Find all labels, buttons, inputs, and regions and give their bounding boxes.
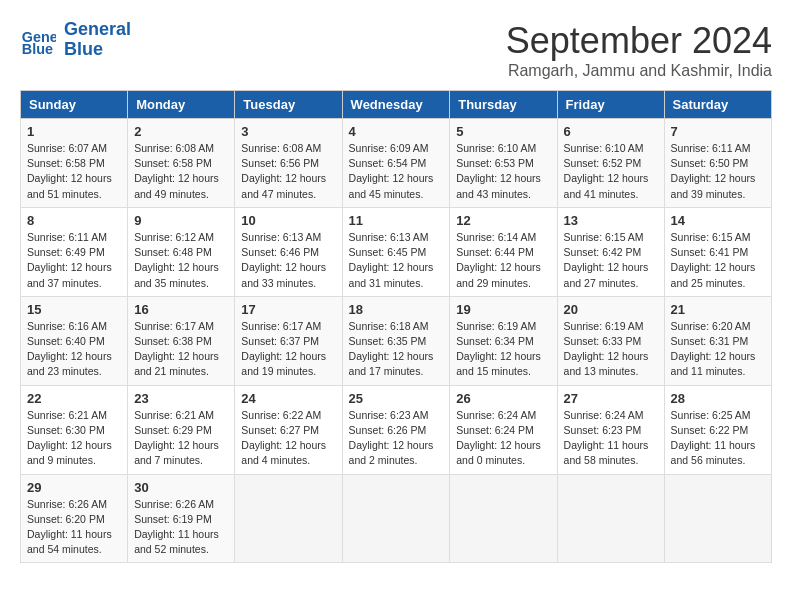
day-info: Sunrise: 6:09 AMSunset: 6:54 PMDaylight:…	[349, 141, 444, 202]
day-number: 29	[27, 480, 121, 495]
calendar-header-row: SundayMondayTuesdayWednesdayThursdayFrid…	[21, 91, 772, 119]
calendar-cell: 8 Sunrise: 6:11 AMSunset: 6:49 PMDayligh…	[21, 207, 128, 296]
day-info: Sunrise: 6:21 AMSunset: 6:30 PMDaylight:…	[27, 408, 121, 469]
day-info: Sunrise: 6:22 AMSunset: 6:27 PMDaylight:…	[241, 408, 335, 469]
day-number: 13	[564, 213, 658, 228]
day-number: 28	[671, 391, 765, 406]
day-info: Sunrise: 6:11 AMSunset: 6:50 PMDaylight:…	[671, 141, 765, 202]
column-header-saturday: Saturday	[664, 91, 771, 119]
calendar-cell: 5 Sunrise: 6:10 AMSunset: 6:53 PMDayligh…	[450, 119, 557, 208]
header: General Blue General Blue September 2024…	[20, 20, 772, 80]
calendar-cell: 16 Sunrise: 6:17 AMSunset: 6:38 PMDaylig…	[128, 296, 235, 385]
day-number: 22	[27, 391, 121, 406]
calendar-cell: 4 Sunrise: 6:09 AMSunset: 6:54 PMDayligh…	[342, 119, 450, 208]
calendar-cell: 17 Sunrise: 6:17 AMSunset: 6:37 PMDaylig…	[235, 296, 342, 385]
day-info: Sunrise: 6:11 AMSunset: 6:49 PMDaylight:…	[27, 230, 121, 291]
day-number: 23	[134, 391, 228, 406]
calendar-cell	[235, 474, 342, 563]
day-number: 12	[456, 213, 550, 228]
calendar-week-row: 8 Sunrise: 6:11 AMSunset: 6:49 PMDayligh…	[21, 207, 772, 296]
day-info: Sunrise: 6:26 AMSunset: 6:20 PMDaylight:…	[27, 497, 121, 558]
day-number: 6	[564, 124, 658, 139]
day-info: Sunrise: 6:24 AMSunset: 6:23 PMDaylight:…	[564, 408, 658, 469]
calendar-cell: 3 Sunrise: 6:08 AMSunset: 6:56 PMDayligh…	[235, 119, 342, 208]
day-number: 1	[27, 124, 121, 139]
calendar-week-row: 29 Sunrise: 6:26 AMSunset: 6:20 PMDaylig…	[21, 474, 772, 563]
day-info: Sunrise: 6:10 AMSunset: 6:52 PMDaylight:…	[564, 141, 658, 202]
logo-text-blue: Blue	[64, 40, 131, 60]
day-number: 7	[671, 124, 765, 139]
day-number: 27	[564, 391, 658, 406]
calendar-cell: 11 Sunrise: 6:13 AMSunset: 6:45 PMDaylig…	[342, 207, 450, 296]
calendar-cell: 14 Sunrise: 6:15 AMSunset: 6:41 PMDaylig…	[664, 207, 771, 296]
day-number: 25	[349, 391, 444, 406]
calendar-cell: 20 Sunrise: 6:19 AMSunset: 6:33 PMDaylig…	[557, 296, 664, 385]
day-number: 26	[456, 391, 550, 406]
day-number: 17	[241, 302, 335, 317]
logo: General Blue General Blue	[20, 20, 131, 60]
calendar-cell: 19 Sunrise: 6:19 AMSunset: 6:34 PMDaylig…	[450, 296, 557, 385]
calendar-cell: 1 Sunrise: 6:07 AMSunset: 6:58 PMDayligh…	[21, 119, 128, 208]
calendar-cell: 29 Sunrise: 6:26 AMSunset: 6:20 PMDaylig…	[21, 474, 128, 563]
day-info: Sunrise: 6:19 AMSunset: 6:34 PMDaylight:…	[456, 319, 550, 380]
day-info: Sunrise: 6:19 AMSunset: 6:33 PMDaylight:…	[564, 319, 658, 380]
day-info: Sunrise: 6:14 AMSunset: 6:44 PMDaylight:…	[456, 230, 550, 291]
calendar-cell: 15 Sunrise: 6:16 AMSunset: 6:40 PMDaylig…	[21, 296, 128, 385]
column-header-friday: Friday	[557, 91, 664, 119]
day-info: Sunrise: 6:10 AMSunset: 6:53 PMDaylight:…	[456, 141, 550, 202]
calendar-cell: 25 Sunrise: 6:23 AMSunset: 6:26 PMDaylig…	[342, 385, 450, 474]
calendar-cell	[664, 474, 771, 563]
calendar-cell: 22 Sunrise: 6:21 AMSunset: 6:30 PMDaylig…	[21, 385, 128, 474]
day-number: 11	[349, 213, 444, 228]
column-header-sunday: Sunday	[21, 91, 128, 119]
day-info: Sunrise: 6:08 AMSunset: 6:56 PMDaylight:…	[241, 141, 335, 202]
day-info: Sunrise: 6:25 AMSunset: 6:22 PMDaylight:…	[671, 408, 765, 469]
day-info: Sunrise: 6:20 AMSunset: 6:31 PMDaylight:…	[671, 319, 765, 380]
calendar-cell	[450, 474, 557, 563]
day-info: Sunrise: 6:24 AMSunset: 6:24 PMDaylight:…	[456, 408, 550, 469]
day-number: 19	[456, 302, 550, 317]
day-number: 21	[671, 302, 765, 317]
day-number: 4	[349, 124, 444, 139]
day-number: 3	[241, 124, 335, 139]
day-number: 30	[134, 480, 228, 495]
day-info: Sunrise: 6:21 AMSunset: 6:29 PMDaylight:…	[134, 408, 228, 469]
column-header-thursday: Thursday	[450, 91, 557, 119]
day-number: 5	[456, 124, 550, 139]
day-info: Sunrise: 6:08 AMSunset: 6:58 PMDaylight:…	[134, 141, 228, 202]
day-info: Sunrise: 6:12 AMSunset: 6:48 PMDaylight:…	[134, 230, 228, 291]
day-number: 9	[134, 213, 228, 228]
day-info: Sunrise: 6:16 AMSunset: 6:40 PMDaylight:…	[27, 319, 121, 380]
logo-icon: General Blue	[20, 22, 56, 58]
logo-text-general: General	[64, 20, 131, 40]
day-info: Sunrise: 6:15 AMSunset: 6:42 PMDaylight:…	[564, 230, 658, 291]
day-info: Sunrise: 6:17 AMSunset: 6:38 PMDaylight:…	[134, 319, 228, 380]
day-info: Sunrise: 6:23 AMSunset: 6:26 PMDaylight:…	[349, 408, 444, 469]
day-info: Sunrise: 6:18 AMSunset: 6:35 PMDaylight:…	[349, 319, 444, 380]
calendar-cell: 23 Sunrise: 6:21 AMSunset: 6:29 PMDaylig…	[128, 385, 235, 474]
day-number: 8	[27, 213, 121, 228]
calendar-cell: 12 Sunrise: 6:14 AMSunset: 6:44 PMDaylig…	[450, 207, 557, 296]
calendar-cell: 2 Sunrise: 6:08 AMSunset: 6:58 PMDayligh…	[128, 119, 235, 208]
calendar-cell	[557, 474, 664, 563]
column-header-wednesday: Wednesday	[342, 91, 450, 119]
day-number: 14	[671, 213, 765, 228]
calendar-table: SundayMondayTuesdayWednesdayThursdayFrid…	[20, 90, 772, 563]
day-info: Sunrise: 6:13 AMSunset: 6:45 PMDaylight:…	[349, 230, 444, 291]
calendar-cell: 18 Sunrise: 6:18 AMSunset: 6:35 PMDaylig…	[342, 296, 450, 385]
day-number: 16	[134, 302, 228, 317]
calendar-cell: 30 Sunrise: 6:26 AMSunset: 6:19 PMDaylig…	[128, 474, 235, 563]
day-number: 24	[241, 391, 335, 406]
calendar-cell: 9 Sunrise: 6:12 AMSunset: 6:48 PMDayligh…	[128, 207, 235, 296]
calendar-cell: 7 Sunrise: 6:11 AMSunset: 6:50 PMDayligh…	[664, 119, 771, 208]
svg-text:Blue: Blue	[22, 41, 53, 57]
location: Ramgarh, Jammu and Kashmir, India	[506, 62, 772, 80]
calendar-week-row: 15 Sunrise: 6:16 AMSunset: 6:40 PMDaylig…	[21, 296, 772, 385]
column-header-tuesday: Tuesday	[235, 91, 342, 119]
day-number: 18	[349, 302, 444, 317]
column-header-monday: Monday	[128, 91, 235, 119]
day-info: Sunrise: 6:13 AMSunset: 6:46 PMDaylight:…	[241, 230, 335, 291]
calendar-cell: 27 Sunrise: 6:24 AMSunset: 6:23 PMDaylig…	[557, 385, 664, 474]
day-info: Sunrise: 6:26 AMSunset: 6:19 PMDaylight:…	[134, 497, 228, 558]
calendar-cell: 13 Sunrise: 6:15 AMSunset: 6:42 PMDaylig…	[557, 207, 664, 296]
